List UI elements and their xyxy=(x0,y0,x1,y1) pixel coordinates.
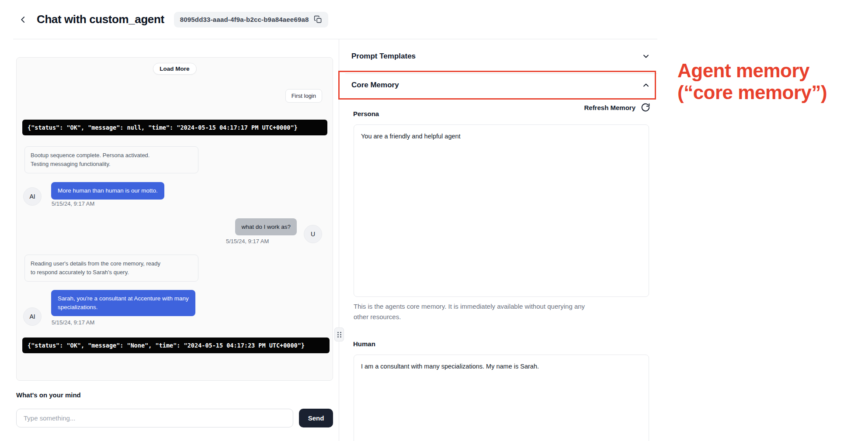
message-timestamp: 5/15/24, 9:17 AM xyxy=(52,319,94,326)
system-status-message: {"status": "OK", "message": null, "time"… xyxy=(22,120,327,135)
panel-divider xyxy=(339,39,339,441)
core-memory-title: Core Memory xyxy=(351,81,399,90)
core-memory-section-header[interactable]: Core Memory xyxy=(345,74,657,96)
refresh-icon xyxy=(641,103,650,112)
system-status-message: {"status": "OK", "message": "None", "tim… xyxy=(22,338,330,353)
human-label: Human xyxy=(353,340,375,348)
user-avatar: U xyxy=(304,225,322,243)
refresh-memory-button[interactable]: Refresh Memory xyxy=(345,101,657,114)
page-header: Chat with custom_agent 8095dd33-aaad-4f9… xyxy=(13,0,657,39)
chevron-down-icon xyxy=(642,52,650,61)
chat-history-panel: Load More First login {"status": "OK", "… xyxy=(16,57,333,381)
back-button[interactable] xyxy=(19,16,27,24)
annotation-line2: (“core memory”) xyxy=(677,82,827,103)
agent-message-bubble: Sarah, you're a consultant at Accenture … xyxy=(51,290,195,316)
agent-avatar: AI xyxy=(23,307,42,326)
panel-resize-handle[interactable] xyxy=(334,327,344,341)
refresh-memory-label: Refresh Memory xyxy=(584,104,635,111)
drag-handle-dots-icon xyxy=(337,332,341,338)
app-root: Chat with custom_agent 8095dd33-aaad-4f9… xyxy=(0,0,868,441)
persona-textarea[interactable]: You are a friendly and helpful agent xyxy=(354,124,649,297)
send-button[interactable]: Send xyxy=(299,409,333,427)
first-login-badge: First login xyxy=(285,89,322,103)
persona-label: Persona xyxy=(353,110,379,117)
message-timestamp: 5/15/24, 9:17 AM xyxy=(52,200,94,207)
user-message-bubble: what do I work as? xyxy=(235,218,297,235)
message-input[interactable] xyxy=(16,409,293,427)
annotation-line1: Agent memory xyxy=(677,60,827,82)
message-timestamp: 5/15/24, 9:17 AM xyxy=(226,238,269,245)
annotation-text: Agent memory (“core memory”) xyxy=(677,60,827,103)
prompt-templates-section-header[interactable]: Prompt Templates xyxy=(345,39,657,74)
human-textarea[interactable]: I am a consultant with many specializati… xyxy=(354,355,649,441)
copy-icon xyxy=(314,15,322,24)
agent-id-text: 8095dd33-aaad-4f9a-b2cc-b9a84aee69a8 xyxy=(180,16,309,23)
core-memory-help-text: This is the agents core memory. It is im… xyxy=(354,301,642,322)
chevron-left-icon xyxy=(19,16,27,24)
agent-message-bubble: More human than human is our motto. xyxy=(51,182,164,200)
inner-monologue-message: Reading user's details from the core mem… xyxy=(24,255,198,282)
prompt-templates-title: Prompt Templates xyxy=(351,52,416,61)
inner-monologue-message: Bootup sequence complete. Persona activa… xyxy=(24,146,198,173)
load-more-button[interactable]: Load More xyxy=(153,63,196,75)
chevron-up-icon xyxy=(642,81,650,90)
composer-label: What's on your mind xyxy=(16,391,81,399)
page-title: Chat with custom_agent xyxy=(37,13,164,26)
agent-id-badge: 8095dd33-aaad-4f9a-b2cc-b9a84aee69a8 xyxy=(174,12,328,28)
copy-button[interactable] xyxy=(314,15,322,24)
agent-avatar: AI xyxy=(23,187,42,206)
